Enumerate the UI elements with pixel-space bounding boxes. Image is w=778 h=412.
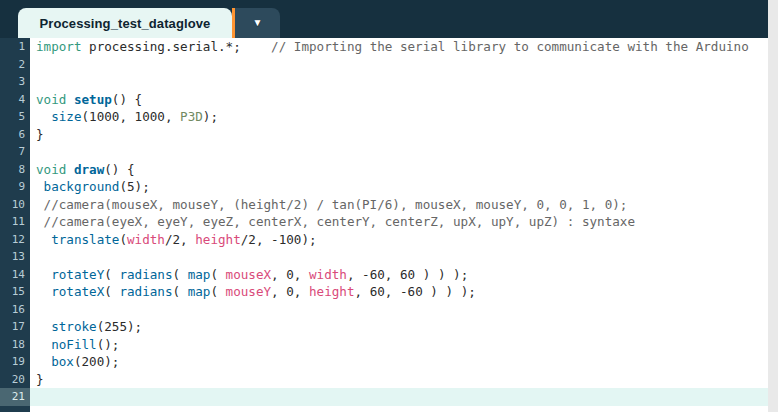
code-token — [36, 232, 51, 247]
editor-row: 8void draw() { — [0, 161, 768, 179]
main-column: Processing_test_dataglove ▼ 1import proc… — [0, 0, 768, 412]
code-token: } — [36, 127, 44, 142]
code-token — [36, 179, 44, 194]
line-number: 4 — [0, 91, 30, 109]
editor-row: 7 — [0, 143, 768, 161]
code-line[interactable] — [30, 301, 768, 319]
editor-row: 16 — [0, 301, 768, 319]
code-line[interactable] — [30, 56, 768, 74]
code-token: () { — [104, 162, 134, 177]
editor-row: 3 — [0, 73, 768, 91]
code-token: setup — [74, 92, 112, 107]
chevron-down-icon: ▼ — [253, 18, 263, 28]
code-line[interactable]: } — [30, 126, 768, 144]
tab-menu-button[interactable]: ▼ — [235, 8, 280, 38]
line-number: 16 — [0, 301, 30, 319]
code-token — [66, 92, 74, 107]
code-token: (255); — [97, 319, 143, 334]
line-number: 6 — [0, 126, 30, 144]
code-line[interactable] — [30, 73, 768, 91]
code-token: noFill — [51, 337, 97, 352]
editor-row: 10 //camera(mouseX, mouseY, (height/2) /… — [0, 196, 768, 214]
code-token: width — [309, 267, 347, 282]
code-token: stroke — [51, 319, 97, 334]
line-number: 21 — [0, 388, 30, 406]
code-token: ( — [210, 267, 225, 282]
code-line[interactable]: noFill(); — [30, 336, 768, 354]
code-token: draw — [74, 162, 104, 177]
editor-row: 18 noFill(); — [0, 336, 768, 354]
code-token: //camera(mouseX, mouseY, (height/2) / ta… — [44, 197, 628, 212]
code-token: void — [36, 162, 66, 177]
editor-row: 21 — [0, 388, 768, 406]
code-token: (200); — [74, 354, 120, 369]
code-line[interactable]: background(5); — [30, 178, 768, 196]
sketch-tab[interactable]: Processing_test_dataglove — [18, 8, 232, 38]
code-token: (5); — [119, 179, 149, 194]
code-line[interactable]: } — [30, 371, 768, 389]
code-token: mouseY — [226, 284, 272, 299]
code-token — [36, 267, 51, 282]
code-line[interactable]: box(200); — [30, 353, 768, 371]
code-editor[interactable]: 1import processing.serial.*; // Importin… — [0, 38, 768, 412]
code-line[interactable]: translate(width/2, height/2, -100); — [30, 231, 768, 249]
line-number: 2 — [0, 56, 30, 74]
editor-row: 17 stroke(255); — [0, 318, 768, 336]
code-token: background — [44, 179, 120, 194]
code-line[interactable]: import processing.serial.*; // Importing… — [30, 38, 768, 56]
code-token: , 60, -60 ) ) ); — [355, 284, 476, 299]
editor-row: 11 //camera(eyeX, eyeY, eyeZ, centerX, c… — [0, 213, 768, 231]
code-token: width — [127, 232, 165, 247]
code-line[interactable] — [30, 248, 768, 266]
code-line[interactable]: void setup() { — [30, 91, 768, 109]
line-number: 12 — [0, 231, 30, 249]
line-number: 17 — [0, 318, 30, 336]
line-number: 1 — [0, 38, 30, 56]
code-token: , -60, 60 ) ) ); — [347, 267, 468, 282]
code-line[interactable]: rotateY( radians( map( mouseX, 0, width,… — [30, 266, 768, 284]
line-number: 5 — [0, 108, 30, 126]
code-line[interactable] — [30, 388, 768, 406]
sketch-tab-label: Processing_test_dataglove — [40, 16, 211, 31]
code-token: radians — [119, 267, 172, 282]
code-token — [36, 214, 44, 229]
code-token: box — [51, 354, 74, 369]
code-token: size — [51, 109, 81, 124]
code-token: , 0, — [271, 267, 309, 282]
editor-row: 15 rotateX( radians( map( mouseY, 0, hei… — [0, 283, 768, 301]
code-line[interactable]: void draw() { — [30, 161, 768, 179]
code-line[interactable]: size(1000, 1000, P3D); — [30, 108, 768, 126]
editor-row: 2 — [0, 56, 768, 74]
tab-bar: Processing_test_dataglove ▼ — [0, 0, 768, 38]
code-token — [36, 319, 51, 334]
code-line[interactable] — [30, 143, 768, 161]
line-number: 14 — [0, 266, 30, 284]
code-token: ); — [203, 109, 218, 124]
code-filler — [30, 406, 768, 412]
editor-row: 9 background(5); — [0, 178, 768, 196]
line-number: 20 — [0, 371, 30, 389]
code-token: ( — [173, 284, 188, 299]
code-token: ( — [104, 284, 119, 299]
code-line[interactable]: //camera(mouseX, mouseY, (height/2) / ta… — [30, 196, 768, 214]
code-line[interactable]: rotateX( radians( map( mouseY, 0, height… — [30, 283, 768, 301]
scrollbar-track[interactable] — [768, 0, 778, 412]
code-token: // Importing the serial library to commu… — [271, 39, 749, 54]
code-token: ( — [119, 232, 127, 247]
code-line[interactable]: //camera(eyeX, eyeY, eyeZ, centerX, cent… — [30, 213, 768, 231]
code-token: height — [309, 284, 355, 299]
code-token: rotateX — [51, 284, 104, 299]
line-number: 8 — [0, 161, 30, 179]
code-token: processing.serial.*; — [82, 39, 272, 54]
line-number: 13 — [0, 248, 30, 266]
editor-row: 13 — [0, 248, 768, 266]
editor-row: 1import processing.serial.*; // Importin… — [0, 38, 768, 56]
code-token: map — [188, 284, 211, 299]
editor-row: 5 size(1000, 1000, P3D); — [0, 108, 768, 126]
code-token: () { — [112, 92, 142, 107]
code-token: mouseX — [226, 267, 272, 282]
editor-row: 12 translate(width/2, height/2, -100); — [0, 231, 768, 249]
code-line[interactable]: stroke(255); — [30, 318, 768, 336]
code-token: ( — [173, 267, 188, 282]
code-token: map — [188, 267, 211, 282]
